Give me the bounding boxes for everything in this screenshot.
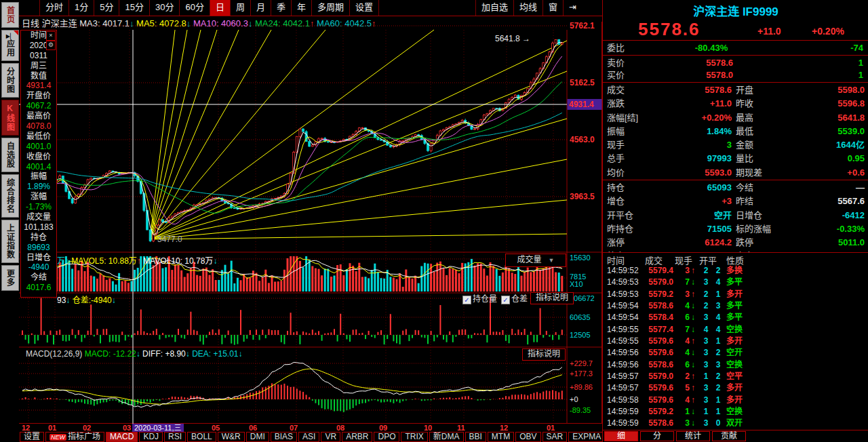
indicator-button-BOLL[interactable]: BOLL bbox=[187, 432, 216, 442]
indicator-button-MACD[interactable]: MACD bbox=[106, 432, 138, 442]
indicator-button-RSI[interactable]: RSI bbox=[164, 432, 186, 442]
sidebar-item-应用[interactable]: ▶▏应用 bbox=[1, 30, 19, 61]
instrument-code: IF9999 bbox=[743, 5, 778, 18]
month-label: 02 bbox=[83, 424, 91, 432]
instrument-name: 沪深主连 bbox=[693, 5, 739, 18]
period-button-5分[interactable]: 5分 bbox=[94, 0, 119, 16]
period-button-设置[interactable]: 设置 bbox=[350, 0, 379, 16]
indicator-button-OBV[interactable]: OBV bbox=[515, 432, 540, 442]
close-icon[interactable]: × bbox=[46, 31, 56, 41]
tooltip-row: 日增仓 bbox=[21, 253, 56, 263]
dock-right-icon[interactable]: ⇥ bbox=[563, 0, 582, 16]
period-button-月[interactable]: 月 bbox=[251, 0, 271, 16]
macd-indicator-help-button[interactable]: 指标说明 bbox=[522, 348, 566, 361]
sidebar-item-自选股[interactable]: 自选股 bbox=[1, 138, 19, 172]
arrow-down-icon: ↓ bbox=[691, 418, 695, 429]
tick-price: 5579.6 bbox=[641, 395, 673, 406]
indicator-button-DMI[interactable]: DMI bbox=[246, 432, 269, 442]
indicator-button-W&R[interactable]: W&R bbox=[218, 432, 245, 442]
svg-text:+89.86: +89.86 bbox=[570, 383, 593, 391]
volume-indicator-dropdown[interactable]: 成交量▼ bbox=[505, 254, 566, 267]
macd-legend: MACD(12,26,9) MACD: -12.22↓ DIFF: +8.90↓… bbox=[26, 349, 243, 359]
indicator-button-ARBR[interactable]: ARBR bbox=[342, 432, 372, 442]
period-toolbar: 分时1分5分15分30分60分日周月季年多周期设置加自选均线窗⇥ bbox=[19, 0, 602, 16]
crosshair-date-label: 2020-03-11,三 bbox=[132, 424, 184, 432]
checkbox-checked-icon[interactable]: ✓ bbox=[501, 296, 510, 304]
quote-row: 涨停6124.2跌停5011.0 bbox=[603, 236, 868, 249]
sidebar-item-首页[interactable]: 首页 bbox=[1, 2, 19, 28]
arrow-down-icon: ↓ bbox=[691, 277, 695, 288]
bid-row[interactable]: 买价 5578.0 1 bbox=[603, 68, 868, 82]
toolbar-button-窗[interactable]: 窗 bbox=[542, 0, 563, 16]
tick-open-count: 3 bbox=[701, 347, 711, 359]
tick-tab-统计[interactable]: 统计 bbox=[676, 431, 710, 441]
period-button-年[interactable]: 年 bbox=[292, 0, 312, 16]
kline-chart-canvas[interactable]: 4931.45641.8 →3477.05762.15162.54563.039… bbox=[19, 22, 602, 424]
tick-open-count: 1 bbox=[701, 406, 711, 418]
price-change: +11.0 bbox=[757, 26, 781, 37]
indicator-button-ASI[interactable]: ASI bbox=[298, 432, 319, 442]
indicator-button-新DMA[interactable]: 新DMA bbox=[429, 432, 464, 442]
quote-row: 现手3金额1644亿 bbox=[603, 138, 868, 152]
svg-text:-89.35: -89.35 bbox=[570, 406, 591, 414]
arrow-up-icon: ↑ bbox=[691, 265, 695, 277]
quote-row: 增仓+3昨结5567.6 bbox=[603, 195, 868, 208]
arrow-down-icon: ↓ bbox=[691, 347, 695, 359]
sidebar-item-更多[interactable]: 更多 bbox=[1, 265, 19, 291]
period-button-60分[interactable]: 60分 bbox=[180, 0, 210, 16]
tick-tab-贡献[interactable]: 贡献 bbox=[712, 431, 746, 441]
gear-icon[interactable]: ⚙ bbox=[46, 41, 56, 50]
indicator-button-VR[interactable]: VR bbox=[321, 432, 340, 442]
tooltip-row: 4078.0 bbox=[21, 121, 56, 132]
quote-value: -0.33% bbox=[837, 222, 865, 236]
new-badge: NEW bbox=[50, 434, 66, 441]
indicator-button-TRIX[interactable]: TRIX bbox=[401, 432, 427, 442]
ask-row[interactable]: 卖价 5578.6 1 bbox=[603, 56, 868, 70]
sidebar-item-分时图[interactable]: 分时图 bbox=[1, 63, 19, 98]
label-segment: DIFF: +8.90 bbox=[142, 349, 186, 359]
checkbox-label-持仓量: 持仓量 bbox=[473, 294, 497, 304]
tooltip-row: 4001.0 bbox=[21, 142, 56, 152]
indicator-button-EXPMA[interactable]: EXPMA bbox=[568, 432, 605, 442]
tick-open-count: 3 bbox=[701, 336, 711, 347]
period-button-分时[interactable]: 分时 bbox=[40, 0, 69, 16]
quote-label: 涨幅[结] bbox=[607, 111, 638, 125]
indicator-button-BIAS[interactable]: BIAS bbox=[271, 432, 297, 442]
tick-price: 5578.6 bbox=[641, 418, 673, 429]
tooltip-row: 4001.4 bbox=[21, 162, 56, 172]
period-button-1分[interactable]: 1分 bbox=[69, 0, 94, 16]
toolbar-button-加自选[interactable]: 加自选 bbox=[475, 0, 513, 16]
tooltip-row: 0311 bbox=[21, 51, 56, 61]
tick-tab-分[interactable]: 分 bbox=[640, 431, 674, 441]
indicator-button-SAR[interactable]: SAR bbox=[542, 432, 568, 442]
sidebar-item-综合排名[interactable]: 综合排名 bbox=[1, 174, 19, 218]
tick-close-count: 4 bbox=[713, 277, 724, 288]
tick-time: 14:59:58 bbox=[607, 395, 639, 406]
quote-label: 量比 bbox=[736, 152, 753, 165]
sidebar-item-上证指数[interactable]: 上证指数 bbox=[1, 220, 19, 263]
tick-row: 14:59:595579.21↓11空换 bbox=[603, 406, 868, 418]
period-button-30分[interactable]: 30分 bbox=[150, 0, 180, 16]
indicator-button-KDJ[interactable]: KDJ bbox=[139, 432, 163, 442]
oi-indicator-help-button[interactable]: 指标说明 bbox=[530, 292, 574, 304]
period-button-15分[interactable]: 15分 bbox=[119, 0, 149, 16]
tooltip-row: 振幅 bbox=[21, 172, 56, 182]
indicator-button-DPO[interactable]: DPO bbox=[374, 432, 399, 442]
volume-dropdown-label: 成交量 bbox=[517, 255, 542, 264]
period-button-周[interactable]: 周 bbox=[231, 0, 251, 16]
period-button-日[interactable]: 日 bbox=[210, 0, 231, 16]
svg-text:5162.5: 5162.5 bbox=[570, 78, 595, 87]
indicator-button-指标广场[interactable]: NEW指标广场 bbox=[45, 432, 104, 442]
arrow-up-icon: ↑ bbox=[691, 382, 695, 394]
indicator-button-设置[interactable]: 设置 bbox=[20, 432, 44, 442]
checkbox-checked-icon[interactable]: ✓ bbox=[462, 296, 471, 304]
price-change-pct: +0.20% bbox=[812, 26, 844, 37]
indicator-button-BBI[interactable]: BBI bbox=[465, 432, 486, 442]
toolbar-button-均线[interactable]: 均线 bbox=[513, 0, 542, 16]
indicator-button-MTM[interactable]: MTM bbox=[488, 432, 514, 442]
period-button-多周期[interactable]: 多周期 bbox=[312, 0, 350, 16]
arrow-down-icon: ↓ bbox=[691, 312, 695, 323]
sidebar-item-kline-active[interactable]: K线图 bbox=[1, 100, 19, 136]
tick-tab-细[interactable]: 细 bbox=[604, 431, 638, 441]
period-button-季[interactable]: 季 bbox=[271, 0, 292, 16]
